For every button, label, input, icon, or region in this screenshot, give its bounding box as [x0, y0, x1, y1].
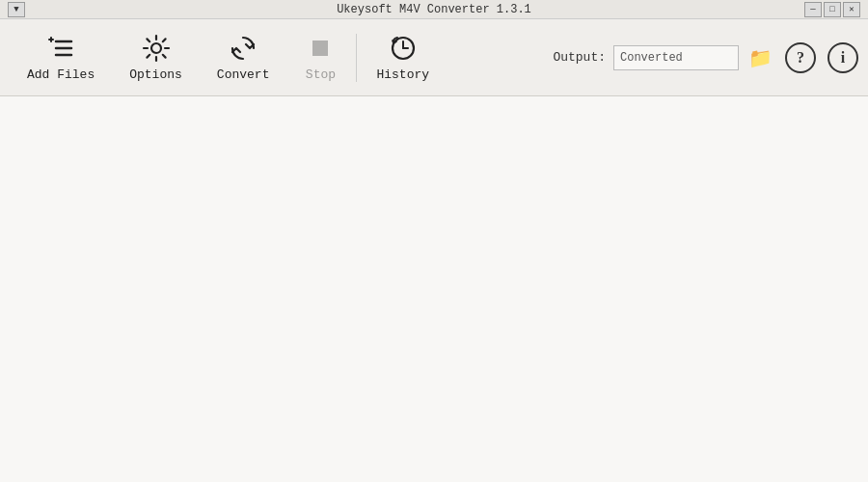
- main-content: [0, 96, 868, 482]
- stop-button[interactable]: Stop: [286, 25, 354, 90]
- add-files-label: Add Files: [27, 67, 95, 82]
- svg-line-13: [147, 55, 149, 58]
- options-icon: [141, 33, 172, 64]
- add-files-button[interactable]: Add Files: [10, 25, 112, 90]
- toolbar-divider: [356, 34, 357, 82]
- history-icon: [388, 33, 419, 64]
- stop-label: Stop: [306, 67, 336, 82]
- help-button[interactable]: ?: [785, 42, 816, 73]
- title-bar: ▼ Ukeysoft M4V Converter 1.3.1 ─ □ ✕: [0, 0, 868, 19]
- svg-rect-14: [312, 40, 328, 56]
- maximize-btn[interactable]: □: [824, 2, 841, 17]
- svg-line-10: [147, 39, 149, 41]
- convert-label: Convert: [217, 67, 270, 82]
- add-files-icon: [45, 33, 76, 64]
- options-button[interactable]: Options: [112, 25, 200, 90]
- output-section: Output: 📁 ? i: [553, 42, 858, 73]
- convert-icon: [228, 33, 258, 64]
- output-input[interactable]: [613, 45, 739, 70]
- folder-button[interactable]: 📁: [746, 45, 773, 70]
- options-label: Options: [129, 67, 182, 82]
- folder-icon: 📁: [748, 46, 773, 69]
- svg-point-5: [151, 43, 161, 53]
- info-button[interactable]: i: [827, 42, 858, 73]
- output-label: Output:: [553, 50, 606, 65]
- title-bar-controls: ─ □ ✕: [804, 2, 860, 17]
- convert-button[interactable]: Convert: [200, 25, 287, 90]
- history-button[interactable]: History: [359, 25, 447, 90]
- window-title: Ukeysoft M4V Converter 1.3.1: [337, 3, 531, 16]
- stop-icon: [305, 33, 336, 64]
- close-btn[interactable]: ✕: [843, 2, 860, 17]
- minimize-btn[interactable]: ─: [804, 2, 822, 17]
- dropdown-btn[interactable]: ▼: [8, 2, 25, 17]
- svg-line-11: [162, 55, 165, 58]
- history-label: History: [376, 67, 429, 82]
- title-bar-dropdown[interactable]: ▼: [8, 2, 25, 17]
- svg-line-12: [162, 39, 165, 41]
- toolbar: Add Files Options: [0, 19, 868, 96]
